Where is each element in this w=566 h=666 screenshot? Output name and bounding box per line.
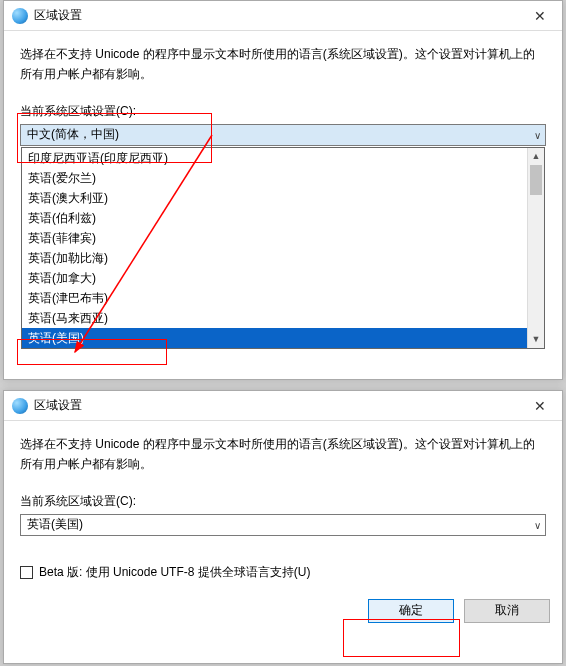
locale-option[interactable]: 英语(菲律宾) [22, 228, 544, 248]
locale-option[interactable]: 英语(美国) [22, 328, 544, 348]
close-icon: ✕ [534, 398, 546, 414]
locale-combobox[interactable]: 中文(简体，中国) ∨ 印度尼西亚语(印度尼西亚)英语(爱尔兰)英语(澳大利亚)… [20, 124, 546, 146]
chevron-down-icon: ∨ [534, 129, 541, 140]
cancel-button[interactable]: 取消 [464, 599, 550, 623]
globe-icon [12, 398, 28, 414]
locale-option[interactable]: 英语(伯利兹) [22, 208, 544, 228]
locale-selected-value: 中文(简体，中国) [27, 126, 119, 143]
locale-dropdown-list: 印度尼西亚语(印度尼西亚)英语(爱尔兰)英语(澳大利亚)英语(伯利兹)英语(菲律… [21, 147, 545, 349]
locale-field-label: 当前系统区域设置(C): [20, 103, 546, 120]
beta-utf8-checkbox[interactable] [20, 566, 33, 579]
locale-option[interactable]: 英语(加拿大) [22, 268, 544, 288]
locale-option[interactable]: 英语(澳大利亚) [22, 188, 544, 208]
locale-option[interactable]: 英语(爱尔兰) [22, 168, 544, 188]
ok-button-label: 确定 [399, 602, 423, 619]
scroll-track[interactable] [528, 165, 544, 331]
locale-field-label: 当前系统区域设置(C): [20, 493, 546, 510]
titlebar[interactable]: 区域设置 ✕ [4, 391, 562, 421]
close-button[interactable]: ✕ [518, 391, 562, 421]
cancel-button-label: 取消 [495, 602, 519, 619]
dropdown-scrollbar[interactable]: ▲ ▼ [527, 148, 544, 348]
dialog-button-row: 确定 取消 [4, 591, 562, 633]
scroll-down-button[interactable]: ▼ [528, 331, 544, 348]
region-settings-dialog-top: 区域设置 ✕ 选择在不支持 Unicode 的程序中显示文本时所使用的语言(系统… [3, 0, 563, 380]
description-text: 选择在不支持 Unicode 的程序中显示文本时所使用的语言(系统区域设置)。这… [20, 435, 546, 475]
scroll-up-button[interactable]: ▲ [528, 148, 544, 165]
dialog-title: 区域设置 [34, 7, 82, 24]
close-button[interactable]: ✕ [518, 1, 562, 31]
locale-option[interactable]: 英语(津巴布韦) [22, 288, 544, 308]
scroll-thumb[interactable] [530, 165, 542, 195]
ok-button[interactable]: 确定 [368, 599, 454, 623]
dialog-body: 选择在不支持 Unicode 的程序中显示文本时所使用的语言(系统区域设置)。这… [4, 421, 562, 591]
titlebar[interactable]: 区域设置 ✕ [4, 1, 562, 31]
dialog-body: 选择在不支持 Unicode 的程序中显示文本时所使用的语言(系统区域设置)。这… [4, 31, 562, 156]
globe-icon [12, 8, 28, 24]
beta-utf8-label: Beta 版: 使用 Unicode UTF-8 提供全球语言支持(U) [39, 564, 310, 581]
description-text: 选择在不支持 Unicode 的程序中显示文本时所使用的语言(系统区域设置)。这… [20, 45, 546, 85]
region-settings-dialog-bottom: 区域设置 ✕ 选择在不支持 Unicode 的程序中显示文本时所使用的语言(系统… [3, 390, 563, 664]
locale-combobox[interactable]: 英语(美国) ∨ [20, 514, 546, 536]
locale-option[interactable]: 英语(马来西亚) [22, 308, 544, 328]
close-icon: ✕ [534, 8, 546, 24]
chevron-down-icon: ∨ [534, 519, 541, 530]
locale-selected-value: 英语(美国) [27, 516, 83, 533]
beta-utf8-checkbox-row[interactable]: Beta 版: 使用 Unicode UTF-8 提供全球语言支持(U) [20, 564, 546, 581]
locale-option[interactable]: 印度尼西亚语(印度尼西亚) [22, 148, 544, 168]
dialog-title: 区域设置 [34, 397, 82, 414]
locale-option[interactable]: 英语(加勒比海) [22, 248, 544, 268]
